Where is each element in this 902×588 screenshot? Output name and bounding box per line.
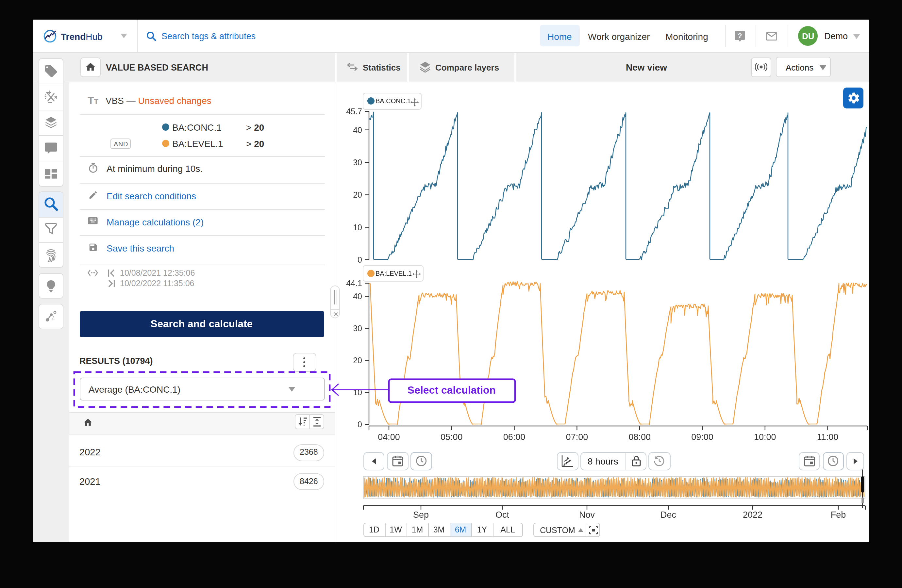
svg-text:2022: 2022 bbox=[743, 510, 763, 520]
svg-text:0: 0 bbox=[357, 255, 362, 264]
svg-text:Select calculation: Select calculation bbox=[407, 384, 496, 396]
svg-text:40: 40 bbox=[353, 125, 362, 134]
svg-text:Nov: Nov bbox=[579, 510, 595, 520]
svg-text:Oct: Oct bbox=[495, 510, 509, 520]
svg-text:Feb: Feb bbox=[831, 510, 846, 520]
svg-text:20: 20 bbox=[353, 190, 362, 199]
svg-text:30: 30 bbox=[353, 324, 362, 333]
svg-text:09:00: 09:00 bbox=[691, 432, 713, 442]
svg-text:Dec: Dec bbox=[661, 510, 676, 520]
svg-text:10: 10 bbox=[353, 223, 362, 232]
svg-text:Sep: Sep bbox=[413, 510, 429, 520]
svg-text:0: 0 bbox=[357, 420, 362, 429]
svg-text:05:00: 05:00 bbox=[440, 432, 463, 442]
svg-text:10:00: 10:00 bbox=[754, 432, 776, 442]
svg-text:06:00: 06:00 bbox=[503, 432, 526, 442]
svg-text:45.7: 45.7 bbox=[346, 107, 362, 116]
svg-text:04:00: 04:00 bbox=[378, 432, 400, 442]
svg-text:07:00: 07:00 bbox=[566, 432, 588, 442]
svg-text:?: ? bbox=[738, 32, 742, 40]
svg-text:08:00: 08:00 bbox=[628, 432, 651, 442]
svg-text:40: 40 bbox=[353, 292, 362, 301]
svg-text:11:00: 11:00 bbox=[817, 432, 839, 442]
svg-text:30: 30 bbox=[353, 158, 362, 167]
svg-text:20: 20 bbox=[353, 356, 362, 365]
svg-text:44.1: 44.1 bbox=[346, 278, 362, 288]
